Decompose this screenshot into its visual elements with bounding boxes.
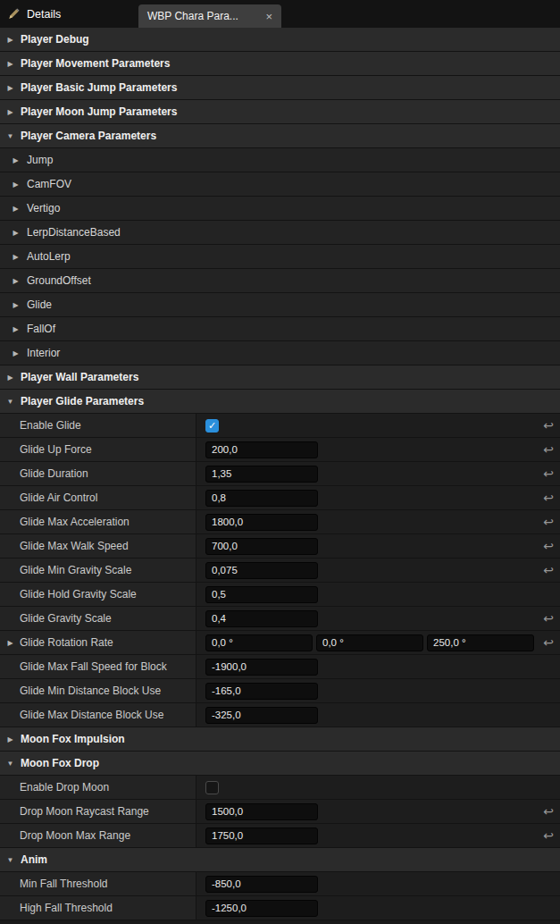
- input-drop-moon-max-range[interactable]: [205, 827, 318, 844]
- category-row-player-moon-jump-parameters[interactable]: ▶Player Moon Jump Parameters: [0, 100, 560, 124]
- expand-arrow-icon[interactable]: ▶: [5, 735, 15, 743]
- property-label: Glide Hold Gravity Scale: [20, 588, 137, 601]
- property-value-cell: [196, 486, 537, 509]
- collapse-arrow-icon[interactable]: ▼: [5, 856, 15, 864]
- expand-arrow-icon[interactable]: ▶: [5, 108, 15, 116]
- property-name-cell: Enable Glide: [0, 414, 196, 437]
- revert-to-default-icon[interactable]: ↩: [543, 636, 554, 649]
- expand-arrow-icon[interactable]: ▶: [11, 277, 21, 285]
- property-row-glide-hold-gravity-scale: Glide Hold Gravity Scale: [0, 583, 560, 607]
- category-row-player-wall-parameters[interactable]: ▶Player Wall Parameters: [0, 365, 560, 390]
- input-glide-max-fall-speed-for-block[interactable]: [205, 659, 318, 676]
- revert-cell: [537, 703, 560, 727]
- expand-arrow-icon[interactable]: ▶: [11, 205, 21, 213]
- details-panel-header[interactable]: Details: [7, 0, 61, 28]
- expand-arrow-icon[interactable]: ▶: [11, 181, 21, 189]
- tab-label: WBP Chara Para...: [147, 10, 238, 22]
- revert-to-default-icon[interactable]: ↩: [543, 516, 554, 528]
- expand-arrow-icon[interactable]: ▶: [5, 374, 15, 382]
- input-glide-rotation-rate-y[interactable]: [316, 634, 423, 651]
- input-glide-min-distance-block-use[interactable]: [205, 683, 318, 700]
- input-drop-moon-raycast-range[interactable]: [205, 803, 318, 820]
- revert-to-default-icon[interactable]: ↩: [543, 467, 554, 480]
- revert-to-default-icon[interactable]: ↩: [543, 829, 554, 842]
- collapse-arrow-icon[interactable]: ▼: [5, 760, 15, 768]
- input-glide-max-distance-block-use[interactable]: [205, 707, 318, 724]
- property-row-glide-gravity-scale: Glide Gravity Scale↩: [0, 607, 560, 631]
- revert-to-default-icon[interactable]: ↩: [543, 564, 554, 576]
- input-glide-rotation-rate-x[interactable]: [205, 634, 313, 651]
- expand-arrow-icon[interactable]: ▶: [11, 349, 21, 357]
- input-glide-hold-gravity-scale[interactable]: [205, 586, 318, 603]
- checkbox-enable-glide[interactable]: ✓: [205, 419, 219, 433]
- input-glide-max-acceleration[interactable]: [205, 514, 318, 531]
- category-row-player-debug[interactable]: ▶Player Debug: [0, 28, 560, 52]
- category-row-anim[interactable]: ▼Anim: [0, 848, 560, 872]
- expand-arrow-icon[interactable]: ▶: [5, 84, 15, 92]
- expand-arrow-icon[interactable]: ▶: [11, 301, 21, 309]
- revert-to-default-icon[interactable]: ↩: [543, 419, 554, 432]
- property-name-cell: Glide Up Force: [0, 438, 196, 461]
- subcategory-row-camfov[interactable]: ▶CamFOV: [0, 172, 560, 197]
- expand-arrow-icon[interactable]: ▶: [5, 639, 15, 647]
- revert-cell: ↩: [537, 462, 560, 485]
- property-label: Drop Moon Raycast Range: [20, 805, 149, 818]
- property-label: Min Fall Threshold: [20, 878, 107, 890]
- expand-arrow-icon[interactable]: ▶: [11, 229, 21, 237]
- checkbox-enable-drop-moon[interactable]: [205, 781, 219, 794]
- section-label: Player Wall Parameters: [21, 371, 138, 383]
- subcategory-row-interior[interactable]: ▶Interior: [0, 341, 560, 365]
- revert-to-default-icon[interactable]: ↩: [543, 491, 554, 504]
- section-label: CamFOV: [27, 178, 71, 190]
- property-row-enable-drop-moon: Enable Drop Moon: [0, 776, 560, 800]
- expand-arrow-icon[interactable]: ▶: [11, 325, 21, 333]
- section-label: Moon Fox Drop: [21, 757, 99, 769]
- property-name-cell: Glide Max Fall Speed for Block: [0, 655, 196, 678]
- subcategory-row-vertigo[interactable]: ▶Vertigo: [0, 197, 560, 221]
- revert-to-default-icon[interactable]: ↩: [543, 805, 554, 818]
- property-name-cell: Glide Duration: [0, 462, 196, 485]
- revert-cell: ↩: [537, 534, 560, 558]
- section-label: Vertigo: [27, 202, 60, 214]
- input-glide-min-gravity-scale[interactable]: [205, 562, 318, 579]
- collapse-arrow-icon[interactable]: ▼: [5, 132, 15, 140]
- category-row-player-movement-parameters[interactable]: ▶Player Movement Parameters: [0, 52, 560, 76]
- revert-to-default-icon[interactable]: ↩: [543, 612, 554, 625]
- category-row-player-glide-parameters[interactable]: ▼Player Glide Parameters: [0, 390, 560, 414]
- close-icon[interactable]: ×: [265, 11, 272, 22]
- input-glide-gravity-scale[interactable]: [205, 610, 318, 627]
- input-min-fall-threshold[interactable]: [205, 876, 318, 893]
- input-high-fall-threshold[interactable]: [205, 900, 318, 917]
- section-label: Moon Fox Impulsion: [21, 733, 125, 745]
- category-row-moon-fox-drop[interactable]: ▼Moon Fox Drop: [0, 752, 560, 776]
- property-name-cell: Min Fall Threshold: [0, 872, 196, 895]
- section-label: Glide: [27, 298, 52, 311]
- subcategory-row-autolerp[interactable]: ▶AutoLerp: [0, 245, 560, 269]
- input-glide-duration[interactable]: [205, 466, 318, 483]
- subcategory-row-lerpdistancebased[interactable]: ▶LerpDistanceBased: [0, 221, 560, 245]
- subcategory-row-glide[interactable]: ▶Glide: [0, 293, 560, 317]
- expand-arrow-icon[interactable]: ▶: [11, 253, 21, 261]
- category-row-player-basic-jump-parameters[interactable]: ▶Player Basic Jump Parameters: [0, 76, 560, 100]
- subcategory-row-jump[interactable]: ▶Jump: [0, 148, 560, 172]
- expand-arrow-icon[interactable]: ▶: [5, 36, 15, 44]
- property-value-cell: [196, 872, 537, 895]
- input-glide-up-force[interactable]: [205, 441, 318, 458]
- property-label: Drop Moon Max Range: [20, 829, 130, 842]
- subcategory-row-fallof[interactable]: ▶FallOf: [0, 317, 560, 341]
- property-value-cell: [196, 607, 537, 630]
- tab-bar: Details WBP Chara Para... ×: [0, 0, 560, 28]
- revert-to-default-icon[interactable]: ↩: [543, 443, 554, 456]
- subcategory-row-groundoffset[interactable]: ▶GroundOffset: [0, 269, 560, 293]
- revert-to-default-icon[interactable]: ↩: [543, 540, 554, 552]
- input-glide-air-control[interactable]: [205, 490, 318, 507]
- section-label: Player Movement Parameters: [21, 57, 170, 70]
- category-row-moon-fox-impulsion[interactable]: ▶Moon Fox Impulsion: [0, 727, 560, 752]
- input-glide-max-walk-speed[interactable]: [205, 538, 318, 555]
- category-row-player-camera-parameters[interactable]: ▼Player Camera Parameters: [0, 124, 560, 148]
- expand-arrow-icon[interactable]: ▶: [5, 60, 15, 68]
- expand-arrow-icon[interactable]: ▶: [11, 156, 21, 164]
- collapse-arrow-icon[interactable]: ▼: [5, 398, 15, 406]
- tab-wbp-chara-para[interactable]: WBP Chara Para... ×: [138, 4, 281, 28]
- input-glide-rotation-rate-z[interactable]: [427, 634, 534, 651]
